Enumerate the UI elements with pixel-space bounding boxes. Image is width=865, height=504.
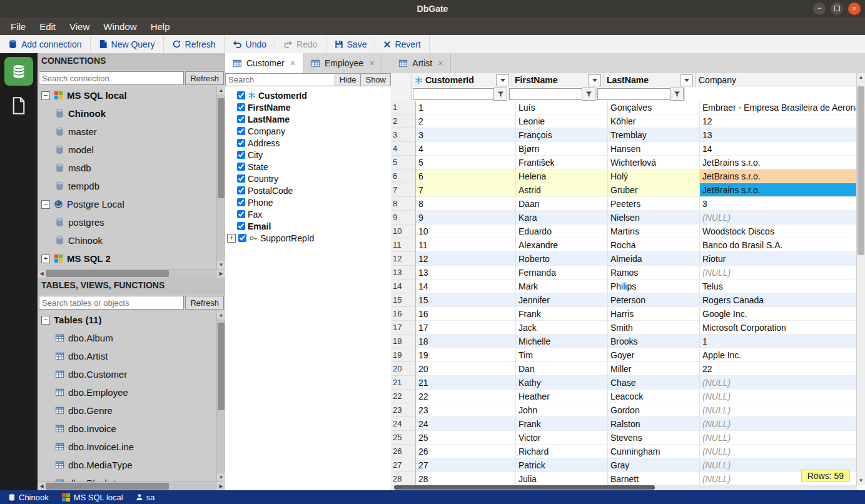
column-checkbox-state[interactable] [237, 163, 245, 171]
cell-17-customerid[interactable]: 17 [416, 321, 516, 335]
column-item-email[interactable]: Email [227, 220, 391, 232]
statusbar-sa[interactable]: sa [130, 493, 161, 502]
cell-22-company[interactable]: (NULL) [700, 390, 857, 403]
tree-item-chinook[interactable]: Chinook [38, 104, 216, 123]
cell-26-firstname[interactable]: Richard [516, 445, 608, 458]
menu-file[interactable]: File [4, 20, 33, 33]
tree-item-ms-sql-local[interactable]: −MS SQL local [38, 86, 216, 104]
tree-item-dbo-genre[interactable]: dbo.Genre [38, 401, 216, 420]
tree-item-msdb[interactable]: msdb [38, 159, 216, 177]
scrollbar-thumb[interactable] [46, 270, 169, 277]
cell-22-lastname[interactable]: Leacock [608, 390, 700, 403]
row-number-8[interactable]: 8 [391, 197, 416, 211]
cell-10-lastname[interactable]: Martins [608, 224, 700, 238]
column-menu-button[interactable] [496, 74, 509, 86]
expand-icon[interactable]: + [41, 255, 50, 263]
row-number-14[interactable]: 14 [391, 280, 416, 293]
tree-item-ms-sql-2[interactable]: +MS SQL 2 [38, 249, 216, 268]
close-button[interactable]: × [848, 3, 861, 15]
filter-input-firstname[interactable] [509, 88, 582, 100]
tree-item-model[interactable]: model [38, 141, 216, 159]
cell-12-lastname[interactable]: Almeida [608, 252, 700, 266]
cell-18-lastname[interactable]: Brooks [608, 335, 700, 348]
cell-28-firstname[interactable]: Julia [516, 472, 608, 485]
row-number-1[interactable]: 1 [391, 101, 416, 114]
column-item-lastname[interactable]: LastName [227, 113, 391, 125]
cell-1-company[interactable]: Embraer - Empresa Brasileira de Aeronáut… [700, 101, 857, 114]
column-checkbox-email[interactable] [237, 222, 245, 230]
cell-2-company[interactable]: 12 [700, 114, 857, 128]
scroll-right-button[interactable]: ▶ [217, 482, 225, 490]
scrollbar-thumb[interactable] [394, 485, 655, 490]
column-checkbox-supportrepid[interactable] [238, 234, 246, 242]
scroll-up-button[interactable]: ▲ [857, 73, 865, 81]
filter-button-lastname[interactable] [670, 88, 684, 101]
cell-16-customerid[interactable]: 16 [416, 307, 516, 321]
cell-23-company[interactable]: (NULL) [700, 403, 857, 417]
cell-1-customerid[interactable]: 1 [416, 101, 516, 114]
cell-9-company[interactable]: (NULL) [700, 211, 857, 224]
cell-19-customerid[interactable]: 19 [416, 348, 516, 362]
cell-18-firstname[interactable]: Michelle [516, 335, 608, 348]
column-item-country[interactable]: Country [227, 173, 391, 184]
cell-27-lastname[interactable]: Gray [608, 458, 700, 472]
cell-3-firstname[interactable]: François [516, 128, 608, 142]
cell-18-customerid[interactable]: 18 [416, 335, 516, 348]
scroll-down-button[interactable]: ▼ [857, 476, 865, 485]
cell-15-company[interactable]: Rogers Canada [700, 293, 857, 307]
row-number-27[interactable]: 27 [391, 458, 416, 472]
row-number-4[interactable]: 4 [391, 142, 416, 156]
cell-14-lastname[interactable]: Philips [608, 280, 700, 293]
cell-6-lastname[interactable]: Holý [608, 169, 700, 183]
cell-25-firstname[interactable]: Victor [516, 431, 608, 445]
column-item-customerid[interactable]: CustomerId [227, 89, 391, 101]
row-number-3[interactable]: 3 [391, 128, 416, 142]
cell-16-company[interactable]: Google Inc. [700, 307, 857, 321]
cell-8-firstname[interactable]: Daan [516, 197, 608, 211]
cell-6-firstname[interactable]: Helena [516, 169, 608, 183]
toolbar-new-query[interactable]: New Query [91, 35, 164, 53]
cell-26-lastname[interactable]: Cunningham [608, 445, 700, 458]
scroll-down-button[interactable]: ▼ [217, 473, 225, 481]
toolbar-save[interactable]: Save [326, 35, 376, 53]
column-item-city[interactable]: City [227, 149, 391, 161]
column-checkbox-phone[interactable] [237, 198, 245, 206]
toolbar-revert[interactable]: Revert [375, 35, 429, 53]
scroll-left-button[interactable]: ◀ [38, 482, 46, 490]
connections-refresh-button[interactable]: Refresh [185, 71, 224, 85]
tab-artist[interactable]: Artist× [391, 53, 451, 73]
tree-item-tables-11[interactable]: −Tables (11) [38, 311, 216, 329]
cell-28-customerid[interactable]: 28 [416, 472, 516, 485]
cell-20-company[interactable]: 22 [700, 362, 857, 376]
scrollbar-thumb[interactable] [46, 483, 169, 490]
nav-database-icon[interactable] [4, 57, 33, 86]
row-number-21[interactable]: 21 [391, 376, 416, 390]
column-header-customerid[interactable]: CustomerId [412, 73, 512, 87]
tables-search-input[interactable] [39, 296, 184, 310]
toolbar-add-connection[interactable]: Add connection [0, 35, 91, 53]
column-item-supportrepid[interactable]: +SupportRepId [227, 232, 391, 244]
menu-edit[interactable]: Edit [33, 20, 63, 33]
cell-15-firstname[interactable]: Jennifer [516, 293, 608, 307]
cell-14-firstname[interactable]: Mark [516, 280, 608, 293]
cell-5-lastname[interactable]: Wichterlová [608, 156, 700, 169]
column-checkbox-customerid[interactable] [237, 91, 245, 99]
cell-12-firstname[interactable]: Roberto [516, 252, 608, 266]
row-number-10[interactable]: 10 [391, 224, 416, 238]
cell-13-firstname[interactable]: Fernanda [516, 266, 608, 280]
cell-13-company[interactable]: (NULL) [700, 266, 857, 280]
cell-25-lastname[interactable]: Stevens [608, 431, 700, 445]
tree-item-chinook[interactable]: Chinook [38, 231, 216, 249]
row-number-28[interactable]: 28 [391, 472, 416, 485]
cell-22-customerid[interactable]: 22 [416, 390, 516, 403]
connections-search-input[interactable] [39, 71, 184, 85]
cell-15-customerid[interactable]: 15 [416, 293, 516, 307]
row-number-23[interactable]: 23 [391, 403, 416, 417]
cell-11-lastname[interactable]: Rocha [608, 238, 700, 252]
row-number-16[interactable]: 16 [391, 307, 416, 321]
row-number-9[interactable]: 9 [391, 211, 416, 224]
cell-24-customerid[interactable]: 24 [416, 417, 516, 431]
column-item-state[interactable]: State [227, 161, 391, 173]
filter-input-customerid[interactable] [413, 88, 494, 100]
cell-2-lastname[interactable]: Köhler [608, 114, 700, 128]
